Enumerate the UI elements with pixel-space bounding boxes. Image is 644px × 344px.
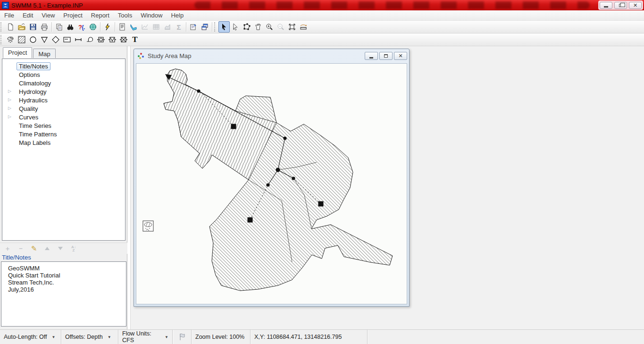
auto-length-dropdown[interactable]: Auto-Length: Off▼ xyxy=(0,330,61,344)
menu-report[interactable]: Report xyxy=(87,11,114,20)
toolbar-grip[interactable] xyxy=(0,22,4,32)
move-down-button[interactable] xyxy=(57,245,64,252)
tree-item-curves[interactable]: ▷Curves xyxy=(4,113,124,121)
save-button[interactable] xyxy=(27,21,39,33)
expand-icon[interactable]: ▷ xyxy=(8,114,11,119)
sort-button[interactable]: A↓Z xyxy=(70,245,77,252)
map-restore-button[interactable] xyxy=(379,52,393,60)
down-arrow-icon xyxy=(58,247,63,250)
window-controls: ✕ xyxy=(598,0,643,10)
subcatchment-button[interactable] xyxy=(16,34,27,45)
options-button[interactable] xyxy=(188,21,199,33)
status-report-button[interactable] xyxy=(117,21,128,33)
graph-button[interactable] xyxy=(139,21,151,33)
tree-item-hydraulics[interactable]: ▷Hydraulics xyxy=(4,96,124,104)
junction-node xyxy=(292,176,295,180)
copy-button[interactable] xyxy=(53,21,65,33)
menu-tools[interactable]: Tools xyxy=(114,11,136,20)
measure-button[interactable] xyxy=(298,21,309,33)
zoom-out-icon xyxy=(277,23,284,31)
study-area-map-window[interactable]: Study Area Map ✕ xyxy=(134,49,410,307)
overview-map-button[interactable] xyxy=(87,21,99,33)
restore-button[interactable] xyxy=(614,2,627,9)
divider-button[interactable] xyxy=(50,34,61,45)
tab-map[interactable]: Map xyxy=(33,49,55,58)
conduit-icon xyxy=(74,35,83,44)
new-file-icon xyxy=(7,23,14,31)
orifice-button[interactable] xyxy=(95,34,107,45)
select-region-icon xyxy=(243,23,251,31)
storage-unit-button[interactable] xyxy=(61,34,73,45)
pan-button[interactable] xyxy=(252,21,264,33)
menu-window[interactable]: Window xyxy=(136,11,167,20)
tree-item-quality[interactable]: ▷Quality xyxy=(4,104,124,113)
tab-project[interactable]: Project xyxy=(3,47,32,58)
map-minimize-button[interactable] xyxy=(365,52,378,60)
select-vertex-button[interactable] xyxy=(230,21,241,33)
new-button[interactable] xyxy=(5,21,16,33)
tree-item-time-series[interactable]: Time Series xyxy=(4,121,124,130)
outfall-button[interactable] xyxy=(39,34,50,45)
label-button[interactable]: T xyxy=(129,34,141,45)
menu-file[interactable]: File xyxy=(0,11,18,20)
tree-item-options[interactable]: Options xyxy=(4,70,124,79)
map-close-button[interactable]: ✕ xyxy=(394,52,407,60)
minimize-button[interactable] xyxy=(600,2,612,9)
note-line: GeoSWMM xyxy=(8,265,126,272)
run-simulation-button[interactable] xyxy=(102,21,113,33)
close-button[interactable]: ✕ xyxy=(629,2,642,9)
find-button[interactable] xyxy=(65,21,76,33)
pan-hand-icon xyxy=(254,23,262,31)
zoom-out-button[interactable] xyxy=(275,21,286,33)
edit-item-button[interactable]: ✎ xyxy=(30,245,38,252)
tree-item-time-patterns[interactable]: Time Patterns xyxy=(4,130,124,138)
tree-item-title-notes[interactable]: Title/Notes xyxy=(4,62,124,70)
expand-icon[interactable]: ▷ xyxy=(8,106,11,110)
select-region-button[interactable] xyxy=(241,21,252,33)
panel-splitter[interactable] xyxy=(127,46,131,329)
study-area-map-canvas[interactable] xyxy=(136,63,407,304)
close-icon: ✕ xyxy=(398,53,402,59)
expand-icon[interactable]: ▷ xyxy=(8,97,11,102)
select-object-button[interactable] xyxy=(218,21,230,33)
delete-item-button[interactable]: − xyxy=(17,245,25,252)
cascade-windows-icon xyxy=(201,23,209,31)
open-button[interactable] xyxy=(16,21,27,33)
weir-button[interactable] xyxy=(107,34,118,45)
map-window-titlebar[interactable]: Study Area Map ✕ xyxy=(134,49,409,63)
toolbar-grip[interactable] xyxy=(0,35,4,44)
mdi-workspace: Study Area Map ✕ xyxy=(131,46,644,329)
profile-plot-button[interactable] xyxy=(128,21,139,33)
subcatchment-centroid xyxy=(318,201,324,207)
menu-view[interactable]: View xyxy=(37,11,59,20)
expand-icon[interactable]: ▷ xyxy=(8,89,11,93)
rain-gage-button[interactable] xyxy=(5,34,16,45)
zoom-in-button[interactable] xyxy=(264,21,275,33)
add-item-button[interactable]: ＋ xyxy=(4,245,11,252)
menu-edit[interactable]: Edit xyxy=(18,11,37,20)
pump-button[interactable] xyxy=(84,34,95,45)
statistics-button[interactable] xyxy=(162,21,173,33)
cascade-windows-button[interactable] xyxy=(199,21,210,33)
table-button[interactable] xyxy=(151,21,162,33)
toolbar-grip[interactable] xyxy=(214,22,217,32)
menu-project[interactable]: Project xyxy=(59,11,86,20)
menu-help[interactable]: Help xyxy=(167,11,188,20)
conduit-button[interactable] xyxy=(73,34,84,45)
tree-item-map-labels[interactable]: Map Labels xyxy=(4,138,124,147)
outlet-button[interactable] xyxy=(118,34,129,45)
open-folder-icon xyxy=(18,23,25,31)
tree-item-hydrology[interactable]: ▷Hydrology xyxy=(4,87,124,96)
tree-item-climatology[interactable]: Climatology xyxy=(4,79,124,87)
flow-units-dropdown[interactable]: Flow Units: CFS▼ xyxy=(118,330,173,344)
print-button[interactable] xyxy=(39,21,50,33)
offsets-dropdown[interactable]: Offsets: Depth▼ xyxy=(61,330,118,344)
notes-listbox[interactable]: GeoSWMM Quick Start Tutorial Stream Tech… xyxy=(1,261,126,327)
sum-button[interactable]: Σ xyxy=(173,21,184,33)
junction-button[interactable] xyxy=(27,34,39,45)
item-mini-toolbar: ＋ − ✎ A↓Z xyxy=(0,243,127,254)
move-up-button[interactable] xyxy=(43,245,51,252)
query-button[interactable]: ?{. xyxy=(76,21,87,33)
map-window-icon xyxy=(138,53,144,59)
full-extent-button[interactable] xyxy=(286,21,298,33)
